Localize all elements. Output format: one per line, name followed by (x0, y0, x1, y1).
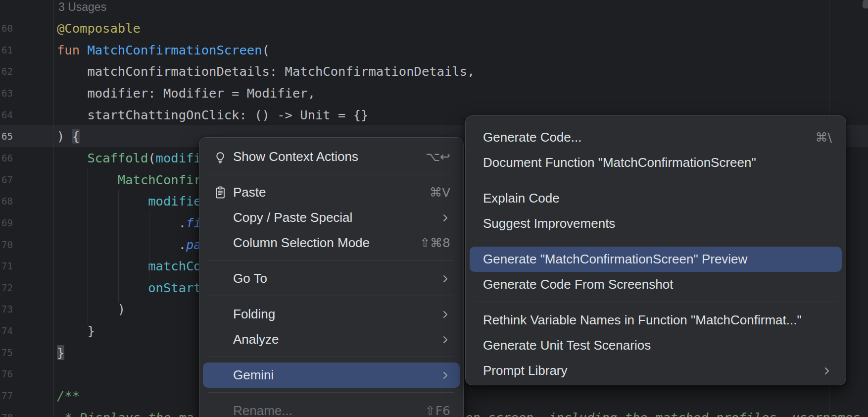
menu-item-explain-code[interactable]: Explain Code (466, 186, 846, 211)
menu-item-generate-unit-test-scenarios[interactable]: Generate Unit Test Scenarios (466, 333, 846, 358)
menu-item-label: Prompt Library (483, 363, 822, 378)
code-text: ) (57, 298, 125, 320)
gemini-submenu: Generate Code...⌘\Document Function "Mat… (465, 115, 846, 385)
code-segment: { (72, 129, 80, 144)
menu-item-go-to[interactable]: Go To (199, 266, 463, 291)
menu-item-shortcut: ⇧⌘8 (420, 236, 450, 250)
menu-item-label: Generate Code From Screenshot (483, 277, 832, 292)
menu-item-label: Generate Code... (483, 130, 816, 145)
code-segment: Scaffold (87, 151, 148, 165)
line-number: 67 (1, 169, 13, 191)
code-line: 61fun MatchConfirmationScreen( (0, 39, 868, 61)
menu-item-shortcut: ⌥↩ (426, 150, 450, 164)
line-number: 76 (1, 363, 13, 385)
code-text: fun MatchConfirmationScreen( (57, 39, 270, 61)
line-number: 72 (1, 277, 13, 299)
code-text: } (57, 320, 95, 342)
menu-separator (208, 392, 454, 393)
menu-item-label: Folding (233, 307, 440, 322)
code-segment (57, 151, 87, 165)
line-number: 71 (1, 255, 13, 277)
code-line: 63 modifier: Modifier = Modifier, (0, 82, 868, 104)
line-number: 64 (1, 104, 13, 126)
menu-item-show-context-actions[interactable]: Show Context Actions⌥↩ (199, 144, 463, 169)
menu-item-label: Suggest Improvements (483, 216, 832, 231)
usages-inlay-hint[interactable]: 3 Usages (58, 0, 106, 14)
chevron-right-icon (440, 335, 450, 345)
code-segment: @Composable (57, 21, 141, 36)
menu-item-copy-paste-special[interactable]: Copy / Paste Special (199, 205, 463, 230)
line-number: 63 (1, 82, 13, 104)
scrollbar-thumb[interactable] (863, 0, 868, 8)
code-text: /** (57, 385, 80, 407)
menu-separator (208, 296, 454, 296)
menu-item-label: Gemini (233, 367, 440, 383)
menu-item-rethink-variable-names-in-function-matchconfirmat[interactable]: Rethink Variable Names in Function "Matc… (466, 308, 846, 333)
line-number: 61 (1, 39, 13, 61)
code-text: ) { (57, 125, 80, 147)
chevron-right-icon (440, 274, 450, 284)
menu-item-document-function-matchconfirmationscreen[interactable]: Document Function "MatchConfirmationScre… (466, 150, 846, 175)
code-segment: . (57, 237, 186, 252)
menu-item-generate-code-from-screenshot[interactable]: Generate Code From Screenshot (466, 272, 846, 297)
menu-item-label: Show Context Actions (233, 149, 426, 164)
code-text: matchConfirmationDetails: MatchConfirmat… (57, 60, 475, 82)
code-segment: } (57, 323, 95, 338)
menu-item-paste[interactable]: Paste⌘V (199, 180, 463, 205)
ide-editor-screen: 3 Usages 60@Composable61fun MatchConfirm… (0, 0, 868, 417)
gutter-divider (53, 0, 54, 417)
menu-separator (208, 174, 454, 174)
menu-item-label: Document Function "MatchConfirmationScre… (483, 155, 832, 170)
code-segment: . (57, 215, 186, 230)
editor-context-menu: Show Context Actions⌥↩Paste⌘VCopy / Past… (199, 137, 464, 417)
line-number: 65 (1, 125, 13, 147)
indent-guide (149, 211, 149, 280)
menu-item-folding[interactable]: Folding (199, 302, 463, 327)
line-number: 78 (1, 407, 13, 417)
menu-item-label: Generate "MatchConfirmationScreen" Previ… (483, 252, 832, 267)
menu-separator (475, 302, 837, 302)
line-number: 73 (1, 298, 13, 320)
code-segment: * Displays the ma (57, 407, 193, 417)
lightbulb-icon (213, 150, 233, 164)
menu-item-suggest-improvements[interactable]: Suggest Improvements (466, 211, 846, 236)
clipboard-icon (213, 186, 233, 200)
line-number: 77 (1, 385, 13, 407)
code-segment: startChattingOnClick: () -> Unit = {} (57, 107, 368, 122)
line-number: 74 (1, 320, 13, 342)
code-segment: ) (57, 129, 72, 144)
code-text: @Composable (57, 17, 141, 39)
code-segment: modifier: Modifier = Modifier, (57, 86, 315, 101)
menu-item-generate-code[interactable]: Generate Code...⌘\ (466, 125, 846, 150)
chevron-right-icon (440, 370, 450, 380)
menu-item-prompt-library[interactable]: Prompt Library (466, 358, 846, 383)
code-segment: ( (148, 151, 155, 165)
menu-item-label: Rename... (233, 403, 425, 417)
line-number: 70 (1, 234, 13, 256)
menu-separator (208, 260, 454, 261)
code-line: 62 matchConfirmationDetails: MatchConfir… (0, 60, 868, 82)
menu-item-rename[interactable]: Rename...⇧F6 (199, 398, 463, 417)
code-text: startChattingOnClick: () -> Unit = {} (57, 104, 368, 126)
code-segment: on screen, including the matched profile… (465, 407, 868, 417)
line-number: 60 (1, 17, 13, 39)
code-text: modifier: Modifier = Modifier, (57, 82, 315, 104)
menu-item-label: Copy / Paste Special (233, 210, 440, 225)
menu-item-generate-matchconfirmationscreen-preview[interactable]: Generate "MatchConfirmationScreen" Previ… (470, 247, 842, 272)
menu-item-label: Generate Unit Test Scenarios (483, 338, 832, 353)
menu-separator (475, 180, 837, 180)
menu-item-column-selection-mode[interactable]: Column Selection Mode⇧⌘8 (199, 230, 463, 256)
code-segment: } (57, 345, 64, 360)
menu-item-shortcut: ⌘V (430, 185, 450, 200)
code-segment: ) (57, 302, 125, 316)
code-segment (57, 280, 148, 295)
code-segment (57, 194, 148, 208)
code-segment (57, 259, 148, 273)
menu-item-analyze[interactable]: Analyze (199, 327, 463, 352)
menu-item-gemini[interactable]: Gemini (203, 363, 460, 388)
code-segment: matchConfirmationDetails: MatchConfirmat… (57, 64, 475, 79)
line-number: 68 (1, 190, 13, 212)
code-line: 60@Composable (0, 17, 868, 39)
menu-item-label: Go To (233, 271, 440, 286)
chevron-right-icon (822, 366, 832, 376)
